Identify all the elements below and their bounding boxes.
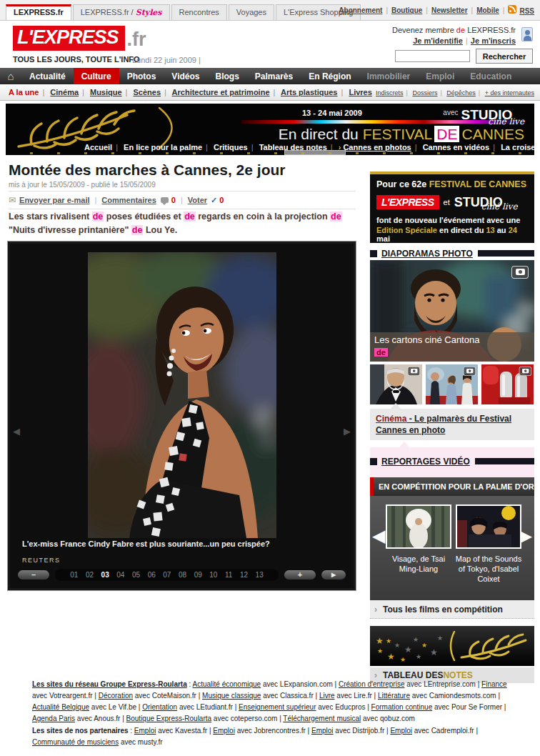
search-input[interactable] bbox=[395, 50, 470, 62]
video-caption-visage[interactable]: Visage, de Tsai Ming-Liang bbox=[384, 554, 453, 575]
pager-page[interactable]: 10 bbox=[209, 571, 217, 579]
tab-rencontres[interactable]: Rencontres bbox=[171, 4, 227, 20]
signup-link[interactable]: Je m'inscris bbox=[471, 36, 516, 45]
thumbnail-red-carpet-group[interactable] bbox=[426, 364, 478, 404]
cinema-palmares-link[interactable]: Cinéma - Le palmarès du Festival Cannes … bbox=[370, 409, 534, 440]
pager-page[interactable]: 12 bbox=[240, 571, 248, 579]
nav-emploi[interactable]: Emploi bbox=[418, 68, 462, 84]
pager-page[interactable]: 08 bbox=[179, 571, 186, 579]
logo-fr: .fr bbox=[126, 29, 146, 51]
tab-lexpress[interactable]: LEXPRESS.fr bbox=[6, 4, 71, 20]
tab-voyages[interactable]: Voyages bbox=[229, 4, 274, 20]
rss-label: RSS bbox=[519, 7, 534, 15]
fnav-critiques[interactable]: Critiques bbox=[214, 143, 257, 151]
star-icon: ★ bbox=[430, 647, 438, 657]
video-caption-map[interactable]: Map of the Sounds of Tokyo, d'Isabel Coi… bbox=[454, 554, 523, 584]
video-thumb-map-of-sounds[interactable] bbox=[456, 504, 521, 549]
login-link[interactable]: Je m'identifie bbox=[413, 36, 463, 45]
reportages-title[interactable]: REPORTAGES VIDÉO bbox=[381, 457, 470, 467]
pager-page[interactable]: 13 bbox=[256, 571, 264, 579]
comments-link[interactable]: Commentaires bbox=[101, 196, 156, 204]
promo-line3: font de nouveau l'événement avec une bbox=[376, 216, 528, 224]
star-icon: ★ bbox=[377, 647, 383, 655]
member-block: Devenez membre de LEXPRESS.fr Je m'ident… bbox=[392, 26, 516, 45]
tab-styles[interactable]: LEXPRESS.fr / Styles bbox=[73, 4, 170, 20]
header-bar bbox=[478, 250, 534, 257]
pager-page[interactable]: 01 bbox=[70, 571, 78, 579]
subnav-indiscrets[interactable]: Indiscrets bbox=[376, 89, 411, 96]
fnav-videos[interactable]: Cannes en vidéos bbox=[423, 143, 499, 151]
promo-et: et bbox=[444, 198, 450, 207]
subnav-musique[interactable]: Musique bbox=[90, 88, 131, 96]
footer-partner-links[interactable]: Les sites de nos partenaires : Emploi av… bbox=[32, 725, 509, 748]
subnav-livres[interactable]: Livres bbox=[349, 88, 371, 96]
fnav-accueil[interactable]: Accueil bbox=[84, 143, 121, 151]
subnav-architecture[interactable]: Architecture et patrimoine bbox=[172, 88, 279, 96]
subnav-arts[interactable]: Arts plastiques bbox=[281, 88, 346, 96]
subnav-cinema[interactable]: Cinéma bbox=[50, 88, 88, 96]
all-films-link[interactable]: › Tous les films en compétition bbox=[370, 600, 534, 619]
link-mobile[interactable]: Mobile bbox=[476, 6, 508, 14]
photo-prev-arrow[interactable]: ◀ bbox=[13, 426, 20, 437]
search-button[interactable]: Rechercher bbox=[476, 49, 533, 64]
pager-page[interactable]: 04 bbox=[116, 571, 124, 579]
comments-count: 0 bbox=[171, 196, 176, 204]
fnav-palme[interactable]: En lice pour la palme bbox=[124, 143, 211, 151]
banner-title-festival: FESTIVAL bbox=[363, 126, 433, 142]
notes-banner[interactable]: ★ ★ ★ ★ ★ ★ ★ ★ ★ ★ ★ ★ bbox=[370, 626, 534, 666]
thumbnail-boots[interactable] bbox=[481, 364, 534, 404]
studio-script-small: ciné live bbox=[481, 202, 518, 212]
pager-page[interactable]: 02 bbox=[86, 571, 94, 579]
star-icon: ★ bbox=[437, 635, 443, 642]
nav-videos[interactable]: Vidéos bbox=[164, 68, 207, 84]
subnav-left: A la une Cinéma Musique Scènes Architect… bbox=[9, 88, 372, 96]
nav-photos[interactable]: Photos bbox=[119, 68, 164, 84]
thumbnail-haneke[interactable] bbox=[370, 364, 422, 404]
diaporamas-title[interactable]: DIAPORAMAS PHOTO bbox=[381, 249, 473, 259]
diaporamas-header: DIAPORAMAS PHOTO bbox=[370, 249, 534, 258]
diaporama-main-photo[interactable]: Les cartons ciné Cantona de bbox=[370, 260, 534, 362]
subnav-scenes[interactable]: Scènes bbox=[134, 88, 170, 96]
pager-page[interactable]: 07 bbox=[163, 571, 171, 579]
video-thumb-visage[interactable] bbox=[386, 504, 451, 549]
fnav-croisette[interactable]: La croisette bbox=[501, 143, 534, 151]
banner-scrubber[interactable] bbox=[284, 150, 346, 155]
email-link[interactable]: Envoyer par e-mail bbox=[19, 196, 89, 204]
star-icon: ★ bbox=[416, 653, 421, 660]
subnav-depeches[interactable]: Dépêches bbox=[446, 89, 483, 96]
nav-immobilier[interactable]: Immobilier bbox=[359, 68, 419, 84]
pager-minus-button[interactable]: – bbox=[18, 570, 49, 580]
site-logo[interactable]: L'EXPRESS .fr bbox=[13, 26, 146, 51]
nav-actualite[interactable]: Actualité bbox=[21, 68, 74, 84]
subnav-internautes[interactable]: + des internautes bbox=[485, 89, 534, 96]
subnav-dossiers[interactable]: Dossiers bbox=[412, 89, 444, 96]
pager-page[interactable]: 06 bbox=[148, 571, 156, 579]
fnav-photos-active[interactable]: ›Cannes en photos bbox=[339, 143, 421, 151]
header-square bbox=[370, 250, 377, 257]
link-newsletter[interactable]: Newsletter bbox=[431, 6, 476, 14]
pager-page[interactable]: 11 bbox=[225, 571, 232, 579]
nav-region[interactable]: En Région bbox=[301, 68, 359, 84]
photo-next-arrow[interactable]: ▶ bbox=[344, 426, 351, 437]
nav-blogs[interactable]: Blogs bbox=[208, 68, 247, 84]
promo-line4: Edition Spéciale en direct du 13 au 24 m… bbox=[376, 226, 528, 243]
footer-network-links[interactable]: Les sites du réseau Groupe Express-Roula… bbox=[32, 679, 509, 725]
subnav-a-la-une[interactable]: A la une bbox=[9, 88, 48, 96]
pager-page-current[interactable]: 03 bbox=[101, 571, 109, 579]
pager-page[interactable]: 09 bbox=[194, 571, 202, 579]
pager-page[interactable]: 05 bbox=[132, 571, 140, 579]
link-boutique[interactable]: Boutique bbox=[391, 6, 431, 14]
carousel-prev-arrow[interactable]: ◀ bbox=[372, 526, 385, 546]
link-rss[interactable]: RSS bbox=[508, 5, 534, 15]
nav-culture[interactable]: Culture bbox=[74, 68, 119, 84]
reportages-header: REPORTAGES VIDÉO bbox=[370, 457, 534, 466]
pager-play-button[interactable]: ▶ bbox=[321, 570, 346, 580]
header-bar bbox=[475, 458, 534, 464]
nav-palmares[interactable]: Palmarès bbox=[247, 68, 301, 84]
pager-plus-button[interactable]: + bbox=[284, 570, 316, 580]
subnav-right: Indiscrets Dossiers Dépêches + des inter… bbox=[376, 89, 534, 96]
link-abonnement[interactable]: Abonnement bbox=[339, 6, 391, 14]
nav-education[interactable]: Education bbox=[462, 68, 519, 84]
home-icon[interactable]: ⌂ bbox=[0, 68, 21, 84]
vote-link[interactable]: Voter bbox=[188, 196, 207, 204]
